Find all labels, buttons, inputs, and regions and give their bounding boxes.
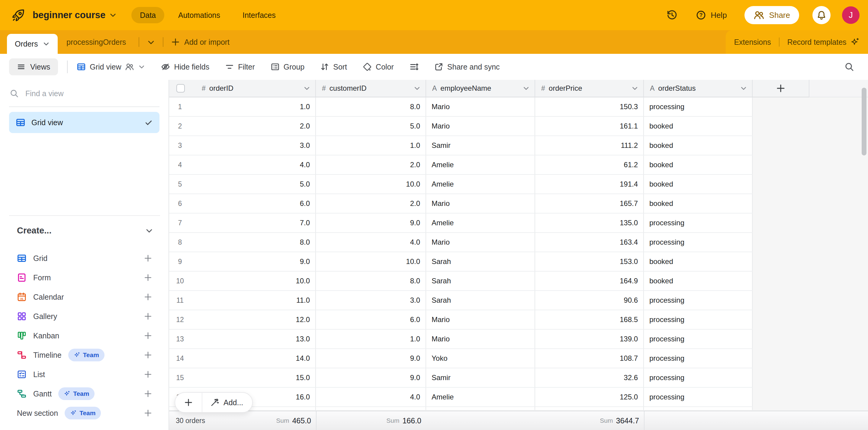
search-icon[interactable] bbox=[844, 62, 854, 71]
cell-orderid[interactable]: 77.0 bbox=[169, 213, 316, 232]
cell-orderstatus[interactable]: processing bbox=[644, 349, 753, 368]
cell-employeename[interactable]: Sarah bbox=[426, 271, 535, 290]
cell-employeename[interactable]: Sarah bbox=[426, 291, 535, 310]
cell-employeename[interactable]: Amelie bbox=[426, 175, 535, 194]
cell-orderid[interactable]: 33.0 bbox=[169, 136, 316, 155]
cell-employeename[interactable]: Amelie bbox=[426, 388, 535, 406]
cell-customerid[interactable]: 1.0 bbox=[316, 136, 426, 155]
cell-employeename[interactable]: Sarah bbox=[426, 252, 535, 271]
cell-employeename[interactable]: Mario bbox=[426, 329, 535, 348]
create-item-list[interactable]: List bbox=[0, 365, 168, 384]
cell-employeename[interactable]: Mario bbox=[426, 117, 535, 136]
nav-tab-data[interactable]: Data bbox=[131, 7, 164, 23]
find-view-search[interactable] bbox=[10, 89, 159, 98]
column-header-orderprice[interactable]: #orderPrice bbox=[535, 80, 644, 97]
add-view-button[interactable] bbox=[144, 390, 152, 398]
cell-orderstatus[interactable]: processing bbox=[644, 233, 753, 252]
cell-employeename[interactable]: Mario bbox=[426, 233, 535, 252]
cell-customerid[interactable]: 9.0 bbox=[316, 368, 426, 387]
add-or-import-button[interactable]: Add or import bbox=[171, 30, 229, 54]
cell-customerid[interactable]: 4.0 bbox=[316, 233, 426, 252]
add-view-button[interactable] bbox=[144, 254, 152, 262]
select-all-checkbox[interactable] bbox=[176, 84, 185, 92]
cell-orderprice[interactable]: 90.6 bbox=[535, 291, 644, 310]
table-list-chevron-icon[interactable] bbox=[147, 38, 155, 47]
create-item-calendar[interactable]: 31Calendar bbox=[0, 287, 168, 307]
record-templates-button[interactable]: Record templates bbox=[787, 38, 846, 47]
cell-employeename[interactable]: Amelie bbox=[426, 213, 535, 232]
cell-orderprice[interactable]: 161.1 bbox=[535, 117, 644, 136]
add-view-button[interactable] bbox=[144, 370, 152, 379]
add-view-button[interactable] bbox=[144, 409, 152, 417]
cell-orderprice[interactable]: 168.5 bbox=[535, 310, 644, 329]
avatar[interactable]: J bbox=[842, 6, 860, 24]
add-with-ai-button[interactable]: Add... bbox=[203, 398, 252, 407]
column-header-employeename[interactable]: AemployeeName bbox=[426, 80, 535, 97]
create-item-form[interactable]: Form bbox=[0, 268, 168, 287]
summary-sum-orderprice[interactable]: Sum 3644.7 bbox=[169, 411, 639, 430]
cell-orderid[interactable]: 99.0 bbox=[169, 252, 316, 271]
cell-orderid[interactable]: 1010.0 bbox=[169, 271, 316, 290]
add-view-button[interactable] bbox=[144, 274, 152, 282]
cell-orderid[interactable]: 1111.0 bbox=[169, 291, 316, 310]
cell-orderprice[interactable]: 150.3 bbox=[535, 97, 644, 116]
cell-orderstatus[interactable]: processing bbox=[644, 213, 753, 232]
cell-orderprice[interactable]: 61.2 bbox=[535, 155, 644, 174]
column-header-orderstatus[interactable]: AorderStatus bbox=[644, 80, 753, 97]
create-item-timeline[interactable]: TimelineTeam bbox=[0, 345, 168, 365]
column-header-orderid[interactable]: #orderID bbox=[169, 80, 316, 97]
vertical-scrollbar-thumb[interactable] bbox=[862, 88, 867, 155]
hide-fields-button[interactable]: Hide fields bbox=[161, 62, 209, 71]
cell-orderprice[interactable]: 125.0 bbox=[535, 388, 644, 406]
cell-employeename[interactable]: Mario bbox=[426, 194, 535, 213]
cell-orderstatus[interactable]: processing bbox=[644, 329, 753, 348]
cell-orderstatus[interactable]: booked bbox=[644, 194, 753, 213]
cell-orderid[interactable]: 11.0 bbox=[169, 97, 316, 116]
cell-orderstatus[interactable]: processing bbox=[644, 368, 753, 387]
cell-orderprice[interactable]: 153.0 bbox=[535, 252, 644, 271]
cell-employeename[interactable]: Samir bbox=[426, 136, 535, 155]
cell-employeename[interactable]: Samir bbox=[426, 368, 535, 387]
workspace-title[interactable]: beginner course bbox=[33, 10, 105, 21]
tab-processingorders[interactable]: processingOrders bbox=[66, 30, 126, 54]
share-and-sync-button[interactable]: Share and sync bbox=[434, 62, 500, 71]
cell-employeename[interactable]: Amelie bbox=[426, 155, 535, 174]
cell-orderstatus[interactable]: booked bbox=[644, 175, 753, 194]
cell-orderstatus[interactable]: processing bbox=[644, 291, 753, 310]
cell-orderprice[interactable]: 191.4 bbox=[535, 175, 644, 194]
chevron-down-icon[interactable] bbox=[109, 11, 117, 19]
cell-customerid[interactable]: 6.0 bbox=[316, 310, 426, 329]
cell-employeename[interactable]: Yoko bbox=[426, 349, 535, 368]
cell-orderstatus[interactable]: booked bbox=[644, 136, 753, 155]
create-item-gantt[interactable]: GanttTeam bbox=[0, 384, 168, 403]
cell-employeename[interactable]: Mario bbox=[426, 97, 535, 116]
cell-orderprice[interactable]: 111.2 bbox=[535, 136, 644, 155]
column-header-customerid[interactable]: #customerID bbox=[316, 80, 426, 97]
sort-button[interactable]: Sort bbox=[320, 62, 347, 71]
cell-orderprice[interactable]: 163.4 bbox=[535, 233, 644, 252]
cell-orderprice[interactable]: 165.7 bbox=[535, 194, 644, 213]
cell-orderid[interactable]: 1515.0 bbox=[169, 368, 316, 387]
cell-orderid[interactable]: 1414.0 bbox=[169, 349, 316, 368]
cell-orderprice[interactable]: 139.0 bbox=[535, 329, 644, 348]
cell-orderstatus[interactable]: processing bbox=[644, 97, 753, 116]
cell-orderstatus[interactable]: processing bbox=[644, 310, 753, 329]
create-item-grid[interactable]: Grid bbox=[0, 249, 168, 268]
cell-orderid[interactable]: 44.0 bbox=[169, 155, 316, 174]
share-button[interactable]: Share bbox=[744, 6, 799, 24]
cell-orderstatus[interactable]: booked bbox=[644, 252, 753, 271]
cell-orderprice[interactable]: 135.0 bbox=[535, 213, 644, 232]
cell-customerid[interactable]: 4.0 bbox=[316, 388, 426, 406]
chevron-down-icon[interactable] bbox=[42, 40, 50, 48]
cell-customerid[interactable]: 5.0 bbox=[316, 117, 426, 136]
add-field-button[interactable] bbox=[753, 80, 809, 97]
help-button[interactable]: ? Help bbox=[695, 10, 727, 21]
cell-orderid[interactable]: 55.0 bbox=[169, 175, 316, 194]
group-button[interactable]: Group bbox=[271, 62, 304, 71]
add-view-button[interactable] bbox=[144, 293, 152, 301]
cell-customerid[interactable]: 9.0 bbox=[316, 213, 426, 232]
cell-orderprice[interactable]: 164.9 bbox=[535, 271, 644, 290]
cell-customerid[interactable]: 9.0 bbox=[316, 349, 426, 368]
cell-orderstatus[interactable]: processing bbox=[644, 388, 753, 406]
cell-orderid[interactable]: 66.0 bbox=[169, 194, 316, 213]
